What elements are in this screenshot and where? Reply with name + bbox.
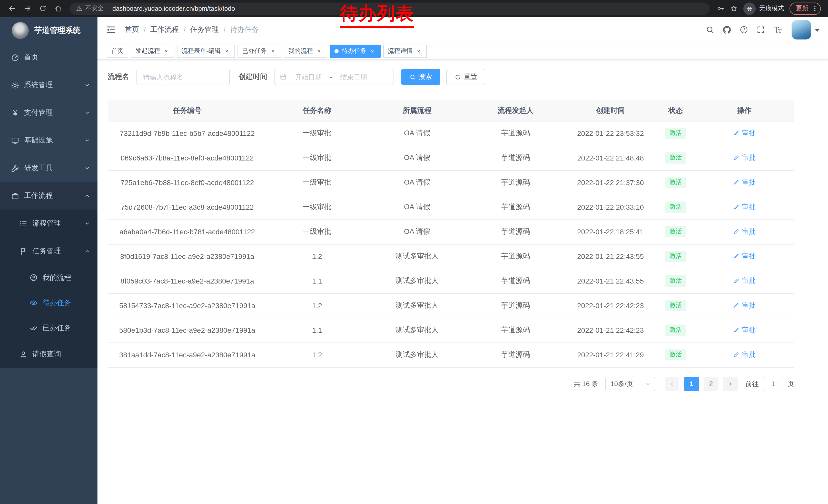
breadcrumb-item-home[interactable]: 首页: [125, 25, 139, 34]
sidebar-toggle-icon[interactable]: [106, 25, 116, 35]
end-date-input[interactable]: [334, 73, 373, 81]
user-avatar-menu[interactable]: [792, 20, 820, 40]
help-icon[interactable]: [739, 25, 748, 34]
approve-link[interactable]: 审批: [733, 129, 756, 138]
bookmark-star-icon[interactable]: [730, 5, 738, 12]
cell-task-name: 1.2: [267, 244, 367, 269]
tag-close-icon[interactable]: [415, 47, 422, 55]
browser-update-button[interactable]: 更新: [790, 2, 821, 15]
browser-menu-dots-icon[interactable]: [811, 5, 819, 12]
approve-link[interactable]: 审批: [733, 301, 756, 310]
sidebar-item-task-mgmt[interactable]: 任务管理: [0, 237, 97, 265]
tag-close-icon[interactable]: [316, 47, 323, 55]
page-button-1[interactable]: 1: [685, 377, 699, 391]
tag-close-icon[interactable]: [223, 47, 230, 55]
cell-initiator: 芋道源码: [467, 342, 564, 367]
sidebar-item-todo-task[interactable]: 待办任务: [0, 290, 97, 315]
app-logo[interactable]: 芋道管理系统: [0, 17, 97, 44]
edit-icon: [733, 228, 740, 235]
breadcrumb: 首页 / 工作流程 / 任务管理 / 待办任务: [125, 25, 259, 34]
sidebar-item-home[interactable]: 首页: [0, 44, 97, 71]
col-create-time: 创建时间: [564, 100, 657, 121]
tag-done-task[interactable]: 已办任务: [238, 44, 281, 58]
sidebar-item-label: 支付管理: [24, 108, 53, 118]
tag-start-process[interactable]: 发起流程: [131, 44, 174, 58]
cell-initiator: 芋道源码: [467, 220, 564, 244]
sidebar-item-payment[interactable]: 支付管理: [0, 99, 97, 127]
approve-link[interactable]: 审批: [733, 202, 756, 212]
start-date-input[interactable]: [289, 73, 328, 81]
browser-toolbar-right: 无痕模式 更新: [714, 2, 824, 15]
search-button[interactable]: 搜索: [401, 69, 440, 85]
calendar-icon: [280, 73, 287, 81]
approve-link[interactable]: 审批: [733, 276, 756, 286]
tag-form-edit[interactable]: 流程表单-编辑: [177, 44, 235, 58]
tag-todo-task-active[interactable]: 待办任务: [330, 44, 381, 58]
col-task-name: 任务名称: [267, 100, 367, 121]
approve-link[interactable]: 审批: [733, 153, 756, 163]
next-page-button[interactable]: [723, 377, 738, 391]
fullscreen-icon[interactable]: [756, 25, 765, 34]
cell-process: 测试多审批人: [367, 244, 467, 269]
total-count: 共 16 条: [574, 379, 598, 388]
cell-initiator: 芋道源码: [467, 121, 564, 146]
tag-close-icon[interactable]: [163, 47, 170, 55]
search-icon[interactable]: [705, 25, 715, 34]
breadcrumb-item-task-mgmt[interactable]: 任务管理: [190, 25, 219, 34]
tag-my-process[interactable]: 我的流程: [284, 44, 327, 58]
tag-label: 待办任务: [342, 47, 366, 55]
approve-link[interactable]: 审批: [733, 350, 756, 359]
approve-link[interactable]: 审批: [733, 227, 756, 236]
tag-close-icon[interactable]: [369, 47, 376, 55]
approve-label: 审批: [742, 202, 756, 212]
security-indicator[interactable]: 不安全: [76, 4, 104, 13]
cell-task-name: 一级审批: [267, 220, 367, 244]
page-size-select[interactable]: 10条/页: [605, 377, 655, 391]
breadcrumb-item-workflow[interactable]: 工作流程: [150, 25, 179, 34]
omnibox-divider: [108, 5, 108, 12]
cell-process: 测试多审批人: [367, 293, 467, 318]
date-range-picker[interactable]: -: [275, 69, 394, 85]
cell-status: 激活: [657, 220, 695, 244]
cell-action: 审批: [695, 269, 794, 293]
tag-home[interactable]: 首页: [107, 44, 128, 58]
approve-label: 审批: [742, 301, 756, 310]
github-icon[interactable]: [722, 25, 732, 34]
cell-create-time: 2022-01-22 23:53:32: [564, 121, 657, 146]
user-icon: [19, 350, 28, 359]
browser-forward-button[interactable]: [20, 2, 34, 15]
sidebar-item-infra[interactable]: 基础设施: [0, 127, 97, 154]
goto-page-input[interactable]: [763, 377, 783, 391]
sidebar-item-process-mgmt[interactable]: 流程管理: [0, 210, 97, 237]
page-size-value: 10条/页: [611, 379, 633, 388]
prev-page-button[interactable]: [665, 377, 679, 391]
sidebar-item-devtools[interactable]: 研发工具: [0, 154, 97, 182]
cell-task-id: 725a1eb6-7b88-11ec-8ef0-acde48001122: [108, 170, 267, 195]
sidebar-item-done-task[interactable]: 已办任务: [0, 315, 97, 340]
cell-create-time: 2022-01-22 21:37:30: [564, 170, 657, 195]
approve-link[interactable]: 审批: [733, 178, 756, 187]
browser-reload-button[interactable]: [36, 2, 49, 15]
sidebar-item-my-process[interactable]: 我的流程: [0, 265, 97, 290]
tag-process-detail[interactable]: 流程详情: [383, 44, 427, 58]
sidebar-menu: 首页 系统管理 支付管理 基础设施: [0, 44, 97, 368]
reload-icon: [39, 5, 46, 12]
process-name-input[interactable]: [136, 69, 230, 85]
password-key-icon[interactable]: [717, 5, 724, 12]
browser-home-button[interactable]: [51, 2, 65, 15]
sidebar-item-workflow[interactable]: 工作流程: [0, 182, 97, 210]
reset-button[interactable]: 重置: [446, 69, 485, 85]
browser-back-button[interactable]: [5, 2, 18, 15]
sidebar-item-system[interactable]: 系统管理: [0, 71, 97, 99]
page-button-2[interactable]: 2: [704, 377, 718, 391]
tag-close-icon[interactable]: [269, 47, 277, 55]
col-task-id: 任务编号: [108, 100, 267, 121]
font-size-icon[interactable]: [773, 25, 782, 34]
cell-task-id: 58154733-7ac8-11ec-a9e2-a2380e71991a: [108, 293, 267, 318]
approve-link[interactable]: 审批: [733, 252, 756, 261]
monitor-icon: [11, 136, 19, 145]
sidebar-item-leave-query[interactable]: 请假查询: [0, 340, 97, 368]
approve-link[interactable]: 审批: [733, 326, 756, 335]
cell-action: 审批: [695, 318, 794, 342]
cell-task-name: 一级审批: [267, 121, 367, 146]
